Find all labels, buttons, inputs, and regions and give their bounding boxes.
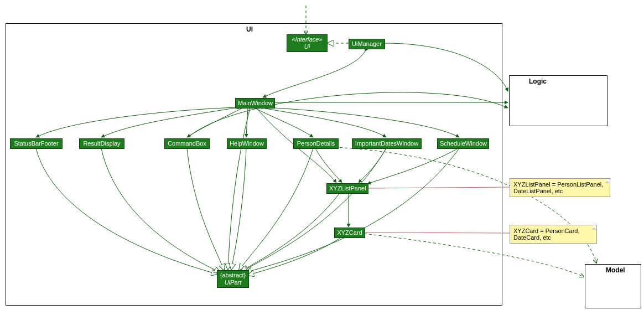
package-ui-title: UI bbox=[246, 25, 253, 33]
package-logic-title: Logic bbox=[529, 78, 547, 85]
class-status-bar-footer: StatusBarFooter bbox=[10, 138, 63, 149]
class-schedule-window: ScheduleWindow bbox=[437, 138, 489, 149]
class-important-dates-window: ImportantDatesWindow bbox=[352, 138, 422, 149]
class-ui-manager: UiManager bbox=[349, 39, 385, 49]
package-logic bbox=[509, 75, 607, 126]
class-main-window: MainWindow bbox=[235, 98, 275, 109]
class-ui-part: {abstract} UiPart bbox=[217, 270, 249, 288]
class-ui-interface: «Interface» Ui bbox=[287, 34, 328, 52]
class-command-box: CommandBox bbox=[164, 138, 210, 149]
package-ui bbox=[6, 23, 502, 306]
class-help-window: HelpWindow bbox=[227, 138, 267, 149]
note-xyz-card: XYZCard = PersonCard, DateCard, etc bbox=[510, 225, 597, 244]
class-xyz-list-panel: XYZListPanel bbox=[326, 183, 368, 194]
note-xyz-list-panel: XYZListPanel = PersonListPanel, DateList… bbox=[510, 178, 610, 197]
class-xyz-card: XYZCard bbox=[334, 228, 365, 238]
class-result-display: ResultDisplay bbox=[79, 138, 124, 149]
package-model-title: Model bbox=[606, 266, 625, 274]
class-person-details: PersonDetails bbox=[293, 138, 339, 149]
